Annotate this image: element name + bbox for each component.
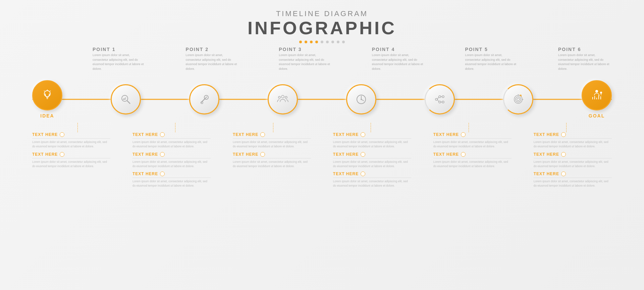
text-block-1-2: TEXT HERE Lorem ipsum dolor sit amet, co… [32, 152, 110, 168]
point-4-label: POINT 4 Lorem ipsum dolor sit amet, cons… [372, 47, 426, 71]
svg-line-14 [205, 97, 207, 99]
circle-p2-ring [189, 84, 219, 114]
bottom-col-1: TEXT HERE Lorem ipsum dolor sit amet, co… [32, 132, 110, 190]
svg-point-16 [278, 96, 280, 98]
divider-4-1 [333, 138, 411, 139]
small-circle-2-2 [160, 152, 165, 157]
circle-p6-ring [503, 84, 533, 114]
main-content: POINT 1 Lorem ipsum dolor sit amet, cons… [0, 47, 644, 290]
small-circle-4-3 [361, 172, 365, 176]
svg-point-17 [285, 96, 287, 98]
svg-point-15 [281, 95, 284, 98]
divider-5-2 [433, 158, 512, 158]
bottom-col-4: TEXT HERE Lorem ipsum dolor sit amet, co… [333, 132, 411, 190]
svg-point-33 [517, 98, 520, 101]
bottom-col-2: TEXT HERE Lorem ipsum dolor sit amet, co… [132, 132, 211, 190]
divider-6-1 [534, 138, 612, 139]
divider-3-2 [233, 158, 311, 158]
dot-2 [305, 41, 307, 43]
circles-container: IDEA [32, 80, 612, 118]
dot-9 [342, 41, 345, 43]
circle-p2 [189, 84, 219, 114]
dot-5 [321, 41, 323, 43]
dot-6 [326, 41, 329, 43]
circle-goal: GOAL [582, 80, 612, 118]
dot-1 [299, 41, 302, 43]
point-3-label: POINT 3 Lorem ipsum dolor sit amet, cons… [279, 47, 332, 71]
small-circle-5-1 [461, 132, 466, 137]
point-1-label: POINT 1 Lorem ipsum dolor sit amet, cons… [93, 47, 146, 71]
page-wrapper: Timeline Diagram INFOGRAPHIC POINT 1 Lor… [0, 0, 644, 290]
svg-point-22 [435, 98, 437, 100]
dot-4 [315, 41, 318, 43]
circle-p4 [346, 84, 376, 114]
point-6-label: POINT 6 Lorem ipsum dolor sit amet, cons… [558, 47, 612, 71]
svg-point-39 [595, 90, 598, 93]
svg-line-27 [437, 97, 439, 99]
timeline-row: IDEA [0, 72, 644, 126]
divider-2-2 [132, 158, 211, 158]
header-title: INFOGRAPHIC [248, 18, 396, 38]
divider-1-1 [32, 138, 110, 139]
divider-4-2 [333, 158, 411, 158]
small-circle-1-1 [60, 132, 64, 137]
small-circle-1-2 [60, 152, 64, 157]
small-circle-3-1 [260, 132, 265, 137]
circle-p1-ring [111, 84, 141, 114]
text-block-4-1: TEXT HERE Lorem ipsum dolor sit amet, co… [333, 132, 411, 149]
dot-3 [310, 41, 313, 43]
dot-7 [331, 41, 334, 43]
divider-3-1 [233, 138, 311, 139]
small-circle-5-2 [461, 152, 466, 157]
idea-label: IDEA [40, 113, 54, 118]
small-circle-3-2 [260, 152, 265, 157]
text-block-2-3: TEXT HERE Lorem ipsum dolor sit amet, co… [132, 172, 211, 188]
text-block-4-3: TEXT HERE Lorem ipsum dolor sit amet, co… [333, 172, 411, 188]
circle-p1 [111, 84, 141, 114]
small-circle-2-3 [160, 172, 165, 176]
header: Timeline Diagram INFOGRAPHIC [248, 0, 396, 43]
divider-2-3 [132, 178, 211, 178]
text-block-1-1: TEXT HERE Lorem ipsum dolor sit amet, co… [32, 132, 110, 149]
people-icon [276, 93, 289, 106]
svg-point-26 [442, 101, 444, 103]
small-circle-6-2 [561, 152, 566, 157]
circle-p3-ring [268, 84, 298, 114]
circle-p4-ring [346, 84, 376, 114]
small-circle-6-3 [561, 172, 566, 176]
svg-point-23 [439, 96, 441, 98]
svg-line-7 [127, 101, 130, 104]
clock-icon [355, 93, 368, 106]
small-circle-6-1 [561, 132, 566, 137]
wrench-icon [198, 93, 211, 106]
bottom-col-5: TEXT HERE Lorem ipsum dolor sit amet, co… [433, 132, 512, 190]
chart-person-icon [590, 89, 603, 102]
text-block-3-2: TEXT HERE Lorem ipsum dolor sit amet, co… [233, 152, 311, 168]
text-block-2-1: TEXT HERE Lorem ipsum dolor sit amet, co… [132, 132, 211, 149]
circle-p3 [268, 84, 298, 114]
network-icon [433, 93, 446, 106]
svg-point-45 [600, 92, 602, 94]
text-block-5-2: TEXT HERE Lorem ipsum dolor sit amet, co… [433, 152, 512, 168]
svg-point-32 [516, 97, 521, 102]
text-block-2-2: TEXT HERE Lorem ipsum dolor sit amet, co… [132, 152, 211, 168]
text-block-6-2: TEXT HERE Lorem ipsum dolor sit amet, co… [534, 152, 612, 168]
goal-label: GOAL [589, 113, 605, 118]
bottom-col-3: TEXT HERE Lorem ipsum dolor sit amet, co… [233, 132, 311, 190]
divider-6-3 [534, 178, 612, 178]
svg-point-24 [439, 101, 441, 103]
bulb-icon [41, 89, 54, 102]
svg-line-28 [437, 99, 439, 102]
target-icon [512, 93, 525, 106]
circle-idea: IDEA [32, 80, 62, 118]
dot-8 [337, 41, 339, 43]
divider-4-3 [333, 178, 411, 178]
text-block-6-1: TEXT HERE Lorem ipsum dolor sit amet, co… [534, 132, 612, 149]
svg-point-25 [442, 96, 444, 98]
circle-p5 [425, 84, 455, 114]
divider-5-1 [433, 138, 512, 139]
text-block-6-3: TEXT HERE Lorem ipsum dolor sit amet, co… [534, 172, 612, 188]
svg-line-4 [44, 91, 45, 91]
svg-line-5 [50, 91, 51, 91]
search-analytics-icon [119, 93, 132, 106]
